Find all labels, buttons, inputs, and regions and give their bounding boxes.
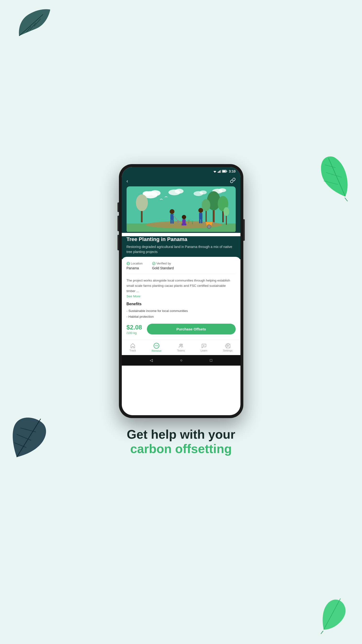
nav-label-settings: Settings: [223, 349, 233, 352]
phone-button-volume-up: [118, 202, 119, 212]
nav-item-learn[interactable]: Learn: [200, 343, 207, 352]
tagline-line2: carbon offsetting: [127, 442, 235, 456]
bottom-tagline: Get help with your carbon offsetting: [127, 428, 235, 456]
tagline-line1: Get help with your: [127, 428, 235, 441]
hero-illustration: [127, 186, 236, 232]
purchase-offsets-button[interactable]: Purchase Offsets: [147, 324, 236, 334]
verified-info: Verified by Gold Standard: [152, 262, 174, 270]
nav-item-remove[interactable]: CO₂ Remove: [152, 343, 162, 352]
svg-line-2: [30, 23, 36, 30]
svg-point-31: [218, 188, 226, 192]
benefit-item-2: - Habitat protection: [127, 314, 236, 320]
phone-device: 3:10 ‹: [119, 164, 243, 418]
location-value: Panama: [127, 266, 143, 270]
phone-shell: 3:10 ‹: [119, 164, 243, 418]
svg-line-4: [329, 158, 345, 196]
svg-point-73: [227, 345, 228, 346]
svg-line-11: [20, 428, 36, 432]
settings-gear-icon: [225, 343, 230, 348]
price-amount: $2.08: [127, 324, 142, 331]
svg-point-54: [198, 208, 203, 213]
benefit-item-1: - Sustainable income for local communiti…: [127, 308, 236, 314]
nav-label-teams: Teams: [177, 349, 185, 352]
svg-rect-56: [199, 220, 200, 223]
svg-line-7: [325, 165, 336, 168]
svg-point-70: [181, 344, 182, 346]
svg-line-3: [34, 19, 41, 26]
home-icon: [130, 343, 135, 348]
phone-button-vol2: [118, 235, 119, 250]
nav-label-remove: Remove: [152, 349, 162, 352]
app-header: ‹: [122, 176, 240, 233]
verified-value: Gold Standard: [152, 266, 174, 270]
location-label: Location: [127, 262, 143, 265]
signal-icon: [218, 170, 221, 173]
svg-point-44: [136, 194, 148, 211]
phone-button-volume-down: [118, 216, 119, 231]
location-info: Location Panama: [127, 262, 143, 270]
header-nav: ‹: [127, 178, 236, 184]
svg-point-45: [170, 209, 175, 214]
svg-point-24: [150, 190, 161, 196]
status-time: 3:10: [229, 170, 235, 173]
svg-point-69: [180, 344, 181, 346]
price-action-row: $2.08 /100 kg Purchase Offsets: [127, 324, 236, 335]
chain-link-icon: [230, 178, 236, 183]
phone-button-power: [243, 219, 245, 241]
description: The project works alongside local commun…: [127, 278, 236, 294]
svg-line-12: [324, 598, 341, 630]
nav-item-track[interactable]: Track: [129, 343, 136, 352]
svg-line-9: [14, 443, 26, 448]
svg-rect-20: [227, 171, 227, 172]
checkmark-badge-icon: [152, 262, 156, 265]
project-title: Tree Planting in Panama: [127, 236, 236, 242]
svg-line-8: [17, 419, 41, 457]
svg-line-0: [19, 14, 43, 36]
phone-screen: 3:10 ‹: [122, 167, 240, 415]
globe-icon: [127, 262, 130, 265]
co2-icon-wrapper: CO₂: [154, 343, 159, 348]
leaf-decoration-right: [319, 153, 353, 201]
svg-rect-46: [170, 214, 174, 220]
leaf-decoration-bottom-right: [319, 596, 348, 634]
android-home-button[interactable]: ○: [180, 358, 182, 362]
svg-rect-48: [172, 220, 174, 224]
svg-point-62: [187, 220, 190, 222]
svg-rect-50: [177, 220, 179, 223]
svg-rect-15: [218, 172, 218, 173]
svg-rect-16: [219, 171, 219, 173]
android-recent-button[interactable]: □: [210, 358, 212, 362]
android-back-button[interactable]: ◁: [150, 358, 153, 362]
back-button[interactable]: ‹: [127, 178, 128, 184]
hero-image: [127, 186, 236, 233]
benefits-title: Benefits: [127, 302, 236, 306]
svg-rect-47: [170, 220, 172, 224]
svg-rect-52: [182, 219, 186, 224]
nav-label-learn: Learn: [200, 349, 207, 352]
teams-icon: [179, 343, 184, 348]
wifi-icon: [213, 170, 217, 173]
status-icons: [213, 170, 227, 173]
svg-rect-53: [181, 224, 186, 226]
see-more-link[interactable]: See More: [127, 294, 236, 298]
svg-rect-21: [222, 170, 226, 172]
bottom-navigation: Track CO₂ Remove Teams: [122, 340, 240, 355]
svg-point-29: [199, 190, 207, 194]
svg-rect-55: [199, 213, 202, 220]
svg-point-68: [152, 262, 155, 265]
svg-point-58: [207, 225, 211, 228]
svg-line-10: [17, 434, 31, 440]
nav-item-settings[interactable]: Settings: [223, 343, 233, 352]
android-navigation-bar: ◁ ○ □: [122, 355, 240, 366]
svg-rect-18: [221, 170, 221, 173]
battery-icon: [222, 170, 227, 173]
svg-point-64: [191, 221, 193, 222]
price-unit: /100 kg: [127, 331, 142, 335]
detail-card: Location Panama Verified by Gold Stan: [122, 257, 240, 339]
nav-item-teams[interactable]: Teams: [177, 343, 185, 352]
co2-icon-text: CO₂: [155, 345, 158, 347]
svg-line-5: [324, 181, 338, 184]
link-button[interactable]: [230, 178, 236, 184]
status-bar: 3:10: [122, 167, 240, 176]
leaf-decoration-top-left: [14, 7, 53, 41]
